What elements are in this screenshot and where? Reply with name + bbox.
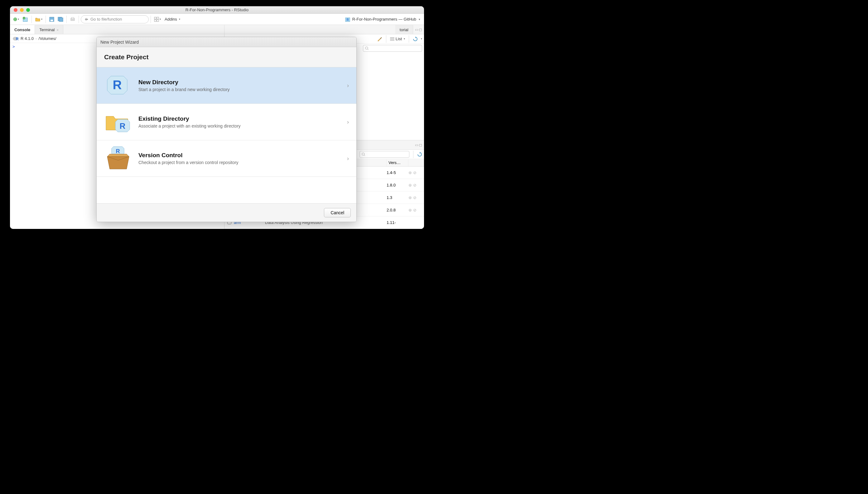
right-top-tabs: torial ▭ ◻ (225, 25, 424, 34)
col-version: Vers… (387, 159, 408, 166)
svg-rect-4 (51, 20, 53, 21)
maximize-pane-icon[interactable]: ◻ (419, 27, 422, 32)
new-project-button[interactable]: + (21, 15, 30, 23)
left-tabs: Console Terminal× (10, 25, 224, 34)
chevron-right-icon: › (347, 82, 349, 89)
goto-file-input[interactable]: Go to file/function (81, 15, 149, 23)
main-toolbar: ⊕▾ + ▾ Go to file/function ▾ Addins▾ (10, 14, 424, 25)
chevron-right-icon: › (347, 155, 349, 162)
close-icon[interactable]: × (56, 28, 58, 32)
save-button[interactable] (48, 15, 56, 23)
option-desc: Start a project in a brand new working d… (138, 87, 341, 92)
option-desc: Associate a project with an existing wor… (138, 124, 341, 129)
option-version-control[interactable]: R Version Control Checkout a project fro… (97, 140, 356, 177)
broom-icon[interactable] (377, 36, 382, 42)
r-version: R 4.1.0 (21, 36, 34, 41)
save-all-button[interactable] (56, 15, 64, 23)
new-directory-icon: R (104, 73, 132, 98)
maximize-pane-icon[interactable]: ◻ (419, 143, 422, 147)
grid-tool-button[interactable]: ▾ (153, 15, 162, 23)
svg-text:+: + (23, 17, 25, 20)
remove-icon[interactable]: ⊘ (413, 208, 417, 212)
print-button[interactable] (69, 15, 77, 23)
existing-directory-icon: R (104, 110, 132, 134)
tab-terminal[interactable]: Terminal× (35, 25, 63, 34)
option-desc: Checkout a project from a version contro… (138, 160, 341, 165)
web-icon[interactable]: ⊕ (408, 170, 412, 175)
svg-text:R: R (116, 148, 120, 154)
chevron-right-icon: › (347, 119, 349, 126)
web-icon[interactable]: ⊕ (408, 208, 412, 212)
list-view-toggle[interactable]: List▾ (390, 37, 405, 41)
new-project-wizard-dialog: New Project Wizard Create Project R New … (96, 37, 357, 222)
packages-search[interactable] (360, 151, 409, 158)
project-options: R New Directory Start a project in a bra… (97, 68, 356, 203)
remove-icon[interactable]: ⊘ (413, 195, 417, 200)
svg-line-17 (380, 37, 382, 39)
option-title: Version Control (138, 152, 341, 159)
svg-point-21 (365, 47, 368, 49)
svg-line-24 (364, 155, 365, 156)
refresh-icon[interactable] (413, 37, 418, 41)
cancel-button[interactable]: Cancel (324, 208, 351, 217)
option-title: New Directory (138, 79, 341, 86)
console-prompt: > (13, 44, 15, 49)
dialog-footer: Cancel (97, 203, 356, 222)
new-file-button[interactable]: ⊕▾ (12, 15, 20, 23)
open-file-button[interactable]: ▾ (34, 15, 44, 23)
version-control-icon: R (104, 146, 132, 171)
tab-console[interactable]: Console (10, 25, 35, 34)
project-switcher[interactable]: R R-For-Non-Programmers — GitHub ▾ (345, 17, 422, 22)
svg-text:R: R (113, 78, 122, 92)
svg-rect-9 (154, 17, 156, 19)
svg-rect-8 (71, 17, 74, 19)
refresh-icon[interactable] (417, 152, 422, 157)
environment-search[interactable] (363, 45, 422, 52)
svg-rect-12 (157, 20, 159, 21)
minimize-pane-icon[interactable]: ▭ (415, 143, 419, 147)
dialog-title: New Project Wizard (97, 37, 356, 47)
svg-line-22 (368, 49, 368, 50)
window-title: R-For-Non-Programmers - RStudio (10, 7, 424, 12)
option-title: Existing Directory (138, 115, 341, 122)
remove-icon[interactable]: ⊘ (413, 183, 417, 187)
tab-tutorial-partial[interactable]: torial (396, 25, 413, 34)
working-directory: /Volumes/ (39, 36, 56, 41)
dialog-header: Create Project (97, 47, 356, 68)
titlebar: R-For-Non-Programmers - RStudio (10, 6, 424, 14)
remove-icon[interactable]: ⊘ (413, 170, 417, 175)
web-icon[interactable]: ⊕ (408, 195, 412, 200)
svg-rect-10 (157, 17, 159, 19)
svg-point-23 (362, 153, 365, 155)
web-icon[interactable]: ⊕ (408, 183, 412, 187)
svg-rect-6 (59, 18, 63, 21)
addins-menu[interactable]: Addins▾ (163, 17, 182, 21)
option-existing-directory[interactable]: R Existing Directory Associate a project… (97, 104, 356, 140)
svg-text:R: R (346, 18, 349, 21)
svg-text:R: R (120, 121, 126, 131)
minimize-pane-icon[interactable]: ▭ (415, 27, 419, 32)
svg-text:R: R (16, 37, 19, 41)
goto-placeholder: Go to file/function (91, 17, 122, 21)
option-new-directory[interactable]: R New Directory Start a project in a bra… (97, 68, 356, 104)
svg-rect-11 (154, 20, 156, 21)
r-logo-icon: R (13, 36, 19, 41)
